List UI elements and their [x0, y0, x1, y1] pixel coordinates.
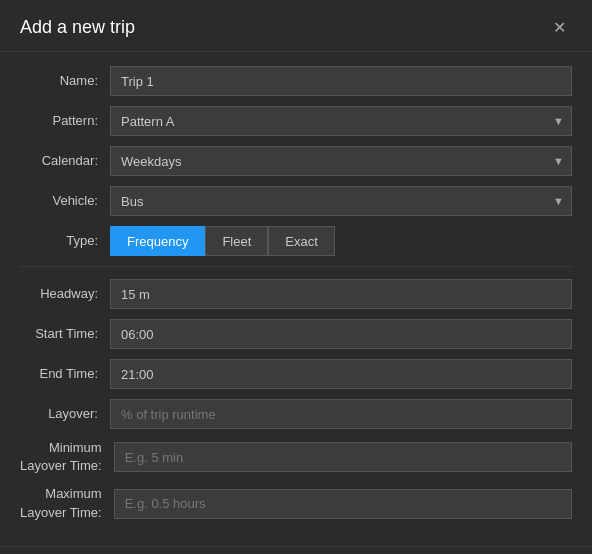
headway-row: Headway: [20, 279, 572, 309]
calendar-select-wrapper: Weekdays Weekends Daily ▼ [110, 146, 572, 176]
headway-input[interactable] [110, 279, 572, 309]
end-time-input[interactable] [110, 359, 572, 389]
headway-label: Headway: [20, 286, 110, 303]
max-layover-label: MaximumLayover Time: [20, 485, 114, 521]
min-layover-row: MinimumLayover Time: [20, 439, 572, 475]
layover-row: Layover: [20, 399, 572, 429]
vehicle-select-wrapper: Bus Train Tram ▼ [110, 186, 572, 216]
start-time-row: Start Time: [20, 319, 572, 349]
end-time-label: End Time: [20, 366, 110, 383]
calendar-select[interactable]: Weekdays Weekends Daily [110, 146, 572, 176]
dialog-body: Name: Pattern: Pattern A Pattern B ▼ Cal… [0, 52, 592, 546]
type-button-group: Frequency Fleet Exact [110, 226, 335, 256]
calendar-label: Calendar: [20, 153, 110, 170]
min-layover-label: MinimumLayover Time: [20, 439, 114, 475]
max-layover-input[interactable] [114, 489, 572, 519]
type-row: Type: Frequency Fleet Exact [20, 226, 572, 256]
type-fleet-button[interactable]: Fleet [205, 226, 268, 256]
start-time-input[interactable] [110, 319, 572, 349]
layover-input[interactable] [110, 399, 572, 429]
name-input[interactable] [110, 66, 572, 96]
vehicle-row: Vehicle: Bus Train Tram ▼ [20, 186, 572, 216]
dialog-title: Add a new trip [20, 17, 135, 38]
start-time-label: Start Time: [20, 326, 110, 343]
name-row: Name: [20, 66, 572, 96]
close-button[interactable]: ✕ [547, 16, 572, 39]
calendar-row: Calendar: Weekdays Weekends Daily ▼ [20, 146, 572, 176]
pattern-select-wrapper: Pattern A Pattern B ▼ [110, 106, 572, 136]
dialog-header: Add a new trip ✕ [0, 0, 592, 52]
layover-label: Layover: [20, 406, 110, 423]
add-trip-dialog: Add a new trip ✕ Name: Pattern: Pattern … [0, 0, 592, 554]
name-label: Name: [20, 73, 110, 90]
max-layover-row: MaximumLayover Time: [20, 485, 572, 521]
min-layover-input[interactable] [114, 442, 572, 472]
type-label: Type: [20, 233, 110, 250]
dialog-footer: CANCEL CREATE [0, 546, 592, 554]
vehicle-select[interactable]: Bus Train Tram [110, 186, 572, 216]
pattern-select[interactable]: Pattern A Pattern B [110, 106, 572, 136]
section-divider [20, 266, 572, 267]
vehicle-label: Vehicle: [20, 193, 110, 210]
end-time-row: End Time: [20, 359, 572, 389]
type-frequency-button[interactable]: Frequency [110, 226, 205, 256]
type-exact-button[interactable]: Exact [268, 226, 335, 256]
pattern-row: Pattern: Pattern A Pattern B ▼ [20, 106, 572, 136]
pattern-label: Pattern: [20, 113, 110, 130]
